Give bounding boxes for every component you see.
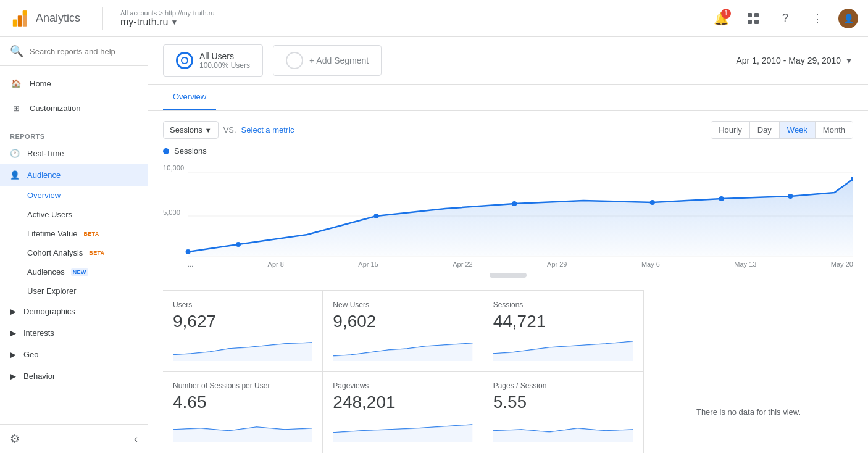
sidebar-sub-item-audiences[interactable]: Audiences NEW bbox=[0, 262, 148, 281]
apps-button[interactable] bbox=[742, 7, 764, 30]
svg-point-18 bbox=[650, 200, 655, 205]
time-btn-day[interactable]: Day bbox=[750, 122, 780, 138]
sessions-legend: Sessions bbox=[163, 146, 853, 156]
audiences-new-badge: NEW bbox=[71, 268, 88, 276]
metric-cards-grid: Users 9,627 New Users 9,602 bbox=[163, 290, 643, 453]
logo-area: Analytics bbox=[10, 9, 80, 28]
sidebar-sub-audiences-label: Audiences bbox=[27, 267, 65, 276]
app-name: Analytics bbox=[36, 12, 80, 25]
interests-expand-icon: ▶ bbox=[10, 328, 16, 338]
metric-cards-section: Users 9,627 New Users 9,602 bbox=[148, 290, 868, 453]
account-info: All accounts > http://my-truth.ru my-tru… bbox=[120, 9, 215, 28]
metric-card-sessions-per-user: Number of Sessions per User 4.65 bbox=[163, 372, 323, 452]
metric-value-sessions: 44,721 bbox=[493, 312, 633, 331]
sidebar-sub-item-lifetime-value[interactable]: Lifetime Value BETA bbox=[0, 224, 148, 243]
sidebar-footer: ⚙ ‹ bbox=[0, 424, 148, 453]
sidebar-item-behavior[interactable]: ▶ Behavior bbox=[0, 365, 148, 387]
sidebar-sub-item-active-users[interactable]: Active Users bbox=[0, 205, 148, 224]
grid-icon bbox=[747, 12, 759, 25]
sidebar-item-home[interactable]: 🏠 Home bbox=[0, 71, 148, 96]
search-input[interactable] bbox=[30, 47, 138, 56]
svg-point-19 bbox=[719, 196, 724, 201]
chart-controls-left: Sessions ▼ VS. Select a metric bbox=[163, 121, 294, 139]
mini-chart-sessions bbox=[493, 336, 633, 361]
chart-scrollbar[interactable] bbox=[163, 270, 853, 280]
sidebar-item-behavior-label: Behavior bbox=[23, 372, 55, 381]
svg-rect-1 bbox=[18, 15, 22, 27]
segment-name: All Users bbox=[199, 51, 250, 61]
chart-container: 10,000 5,000 bbox=[163, 160, 853, 259]
sidebar-item-realtime[interactable]: 🕐 Real-Time bbox=[0, 143, 148, 164]
metric-card-new-users: New Users 9,602 bbox=[323, 291, 483, 372]
metric-card-pageviews: Pageviews 248,201 bbox=[323, 372, 483, 452]
ga-logo-icon bbox=[10, 9, 30, 28]
sidebar-item-interests[interactable]: ▶ Interests bbox=[0, 322, 148, 344]
svg-text:5,000: 5,000 bbox=[163, 209, 180, 216]
time-btn-month[interactable]: Month bbox=[816, 122, 853, 138]
select-metric-link[interactable]: Select a metric bbox=[241, 125, 294, 135]
metric-select-dropdown[interactable]: Sessions ▼ bbox=[163, 121, 219, 139]
x-label-0: ... bbox=[188, 260, 193, 268]
time-btn-hourly[interactable]: Hourly bbox=[711, 122, 750, 138]
sidebar-sub-item-cohort[interactable]: Cohort Analysis BETA bbox=[0, 243, 148, 262]
help-button[interactable]: ? bbox=[774, 7, 796, 30]
metric-label-sessions: Sessions bbox=[493, 301, 633, 309]
metric-select-arrow: ▼ bbox=[205, 127, 212, 134]
home-icon: 🏠 bbox=[10, 77, 22, 89]
behavior-expand-icon: ▶ bbox=[10, 372, 16, 381]
customization-icon: ⊞ bbox=[10, 102, 22, 114]
svg-rect-6 bbox=[748, 20, 752, 24]
x-label-7: May 20 bbox=[831, 260, 853, 268]
sidebar-nav: 🏠 Home ⊞ Customization bbox=[0, 66, 148, 125]
geo-expand-icon: ▶ bbox=[10, 350, 16, 359]
sidebar-sub-lifetime-label: Lifetime Value bbox=[27, 229, 77, 238]
user-avatar[interactable]: 👤 bbox=[838, 9, 858, 28]
clock-icon: 🕐 bbox=[10, 149, 20, 158]
svg-point-15 bbox=[236, 242, 241, 247]
add-segment-chip[interactable]: + Add Segment bbox=[273, 45, 382, 76]
sidebar-sub-item-user-explorer[interactable]: User Explorer bbox=[0, 281, 148, 301]
svg-rect-7 bbox=[754, 20, 759, 24]
metric-card-pages-per-session: Pages / Session 5.55 bbox=[483, 372, 643, 452]
date-range-picker[interactable]: Apr 1, 2010 - May 29, 2010 ▼ bbox=[736, 56, 853, 65]
svg-point-17 bbox=[512, 201, 517, 206]
all-users-segment[interactable]: All Users 100.00% Users bbox=[163, 44, 263, 77]
reports-section-label: REPORTS bbox=[0, 125, 148, 143]
mini-chart-pages-per-session bbox=[493, 417, 633, 442]
settings-icon[interactable]: ⚙ bbox=[10, 432, 20, 446]
content-area: All Users 100.00% Users + Add Segment Ap… bbox=[148, 37, 868, 453]
person-icon: 👤 bbox=[10, 170, 20, 180]
account-name[interactable]: my-truth.ru ▼ bbox=[120, 17, 215, 28]
metric-label-sessions-per-user: Number of Sessions per User bbox=[173, 381, 312, 390]
sidebar-sub-item-overview[interactable]: Overview bbox=[0, 186, 148, 205]
more-options-button[interactable]: ⋮ bbox=[806, 7, 828, 30]
cohort-beta-badge: BETA bbox=[89, 250, 104, 256]
time-btn-week[interactable]: Week bbox=[780, 122, 816, 138]
sidebar-item-geo[interactable]: ▶ Geo bbox=[0, 344, 148, 365]
svg-text:10,000: 10,000 bbox=[163, 164, 184, 172]
collapse-sidebar-icon[interactable]: ‹ bbox=[134, 433, 138, 446]
tab-overview[interactable]: Overview bbox=[163, 85, 216, 110]
x-axis-labels: ... Apr 8 Apr 15 Apr 22 Apr 29 May 6 May… bbox=[163, 259, 853, 268]
metric-value-sessions-per-user: 4.65 bbox=[173, 393, 312, 412]
notification-button[interactable]: 🔔 1 bbox=[710, 7, 732, 30]
mini-chart-users bbox=[173, 336, 312, 361]
sidebar-item-interests-label: Interests bbox=[23, 328, 54, 338]
vs-label: VS. bbox=[223, 125, 236, 135]
sidebar-item-demographics[interactable]: ▶ Demographics bbox=[0, 301, 148, 322]
metric-value-pageviews: 248,201 bbox=[333, 393, 472, 412]
notification-badge: 1 bbox=[721, 9, 731, 19]
svg-rect-5 bbox=[754, 13, 759, 17]
dots-vertical-icon: ⋮ bbox=[812, 12, 824, 25]
scroll-bar-handle[interactable] bbox=[490, 273, 527, 278]
account-dropdown-icon[interactable]: ▼ bbox=[170, 18, 178, 27]
sessions-chart: 10,000 5,000 bbox=[163, 160, 853, 259]
no-data-panel: There is no data for this view. bbox=[643, 290, 853, 453]
sidebar-item-home-label: Home bbox=[30, 79, 51, 88]
sidebar-item-audience[interactable]: 👤 Audience bbox=[0, 164, 148, 186]
metric-label-new-users: New Users bbox=[333, 301, 472, 309]
sidebar-item-customization[interactable]: ⊞ Customization bbox=[0, 96, 148, 120]
sidebar-sub-user-explorer-label: User Explorer bbox=[27, 286, 76, 296]
sidebar-search-area: 🔍 bbox=[0, 37, 148, 66]
sidebar-sub-cohort-label: Cohort Analysis bbox=[27, 248, 83, 257]
